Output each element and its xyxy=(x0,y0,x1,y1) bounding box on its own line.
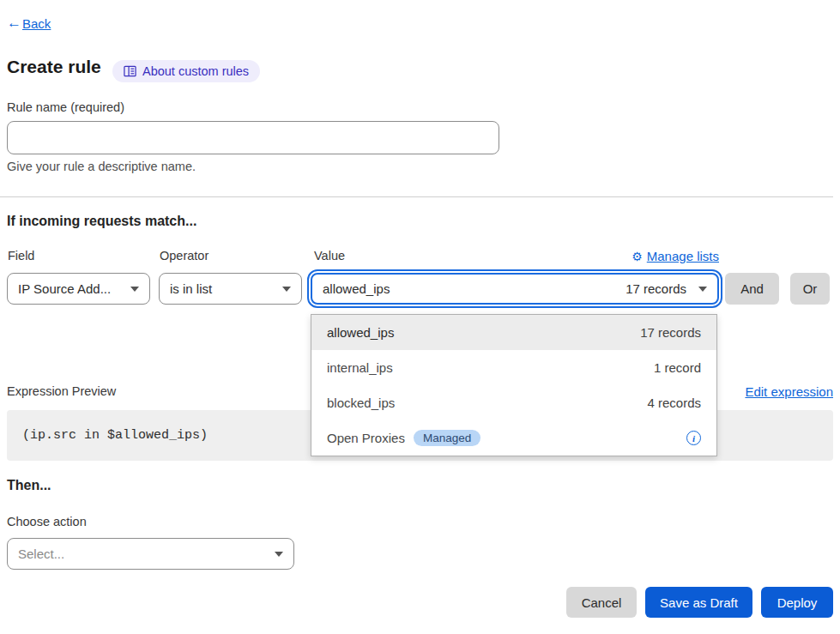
list-name: allowed_ips xyxy=(327,325,394,340)
then-section-heading: Then... xyxy=(7,478,51,493)
chevron-down-icon xyxy=(282,287,291,292)
manage-lists-link[interactable]: ⚙ Manage lists xyxy=(632,249,719,263)
managed-badge: Managed xyxy=(414,430,480,446)
and-button[interactable]: And xyxy=(725,273,779,305)
expression-preview-label: Expression Preview xyxy=(7,384,116,398)
rule-name-input[interactable] xyxy=(7,121,499,154)
value-column-label: Value xyxy=(314,249,345,263)
list-record-count: 1 record xyxy=(654,360,701,375)
rule-name-helper-text: Give your rule a descriptive name. xyxy=(7,160,196,173)
value-select[interactable]: allowed_ips 17 records xyxy=(311,273,719,305)
list-name: blocked_ips xyxy=(327,395,395,410)
page-title: Create rule xyxy=(7,57,101,77)
list-record-count: 17 records xyxy=(640,325,701,340)
choose-action-label: Choose action xyxy=(7,515,87,528)
value-select-name: allowed_ips xyxy=(323,281,625,296)
back-link[interactable]: ← Back xyxy=(7,15,51,32)
action-select[interactable]: Select... xyxy=(7,538,294,570)
save-as-draft-button[interactable]: Save as Draft xyxy=(645,587,752,618)
expression-code: (ip.src in $allowed_ips) xyxy=(22,428,208,443)
chevron-down-icon xyxy=(698,287,707,292)
section-divider xyxy=(0,196,833,197)
or-button[interactable]: Or xyxy=(790,273,830,305)
back-label: Back xyxy=(22,16,51,31)
about-custom-rules-link[interactable]: About custom rules xyxy=(112,60,260,82)
field-select-value: IP Source Add... xyxy=(18,281,122,296)
about-custom-rules-label: About custom rules xyxy=(142,64,249,78)
gear-icon: ⚙ xyxy=(632,250,643,263)
chevron-down-icon xyxy=(275,552,283,557)
deploy-button[interactable]: Deploy xyxy=(761,587,833,618)
dropdown-option-blocked-ips[interactable]: blocked_ips 4 records xyxy=(311,385,716,420)
manage-lists-label: Manage lists xyxy=(647,249,719,263)
value-select-record-count: 17 records xyxy=(625,281,690,296)
list-name: internal_ips xyxy=(327,360,393,375)
dropdown-option-internal-ips[interactable]: internal_ips 1 record xyxy=(311,350,716,385)
value-dropdown-panel: allowed_ips 17 records internal_ips 1 re… xyxy=(311,314,717,456)
cancel-button[interactable]: Cancel xyxy=(566,587,637,618)
back-arrow-icon: ← xyxy=(7,15,21,32)
chevron-down-icon xyxy=(130,287,139,292)
dropdown-option-allowed-ips[interactable]: allowed_ips 17 records xyxy=(311,315,716,350)
operator-select[interactable]: is in list xyxy=(159,273,302,305)
create-rule-page: ← Back Create rule About custom rules Ru… xyxy=(0,0,840,634)
rule-name-label: Rule name (required) xyxy=(7,100,124,114)
field-select[interactable]: IP Source Add... xyxy=(7,273,150,305)
field-column-label: Field xyxy=(8,249,34,263)
match-section-heading: If incoming requests match... xyxy=(7,214,196,229)
edit-expression-link[interactable]: Edit expression xyxy=(745,384,833,399)
list-record-count: 4 records xyxy=(647,395,701,410)
list-name: Open Proxies xyxy=(327,431,405,445)
action-select-placeholder: Select... xyxy=(18,546,266,561)
operator-select-value: is in list xyxy=(170,281,274,296)
dropdown-option-open-proxies[interactable]: Open Proxies Managed i xyxy=(311,420,716,456)
book-icon xyxy=(124,65,136,77)
operator-column-label: Operator xyxy=(160,249,208,263)
info-icon[interactable]: i xyxy=(686,431,701,445)
